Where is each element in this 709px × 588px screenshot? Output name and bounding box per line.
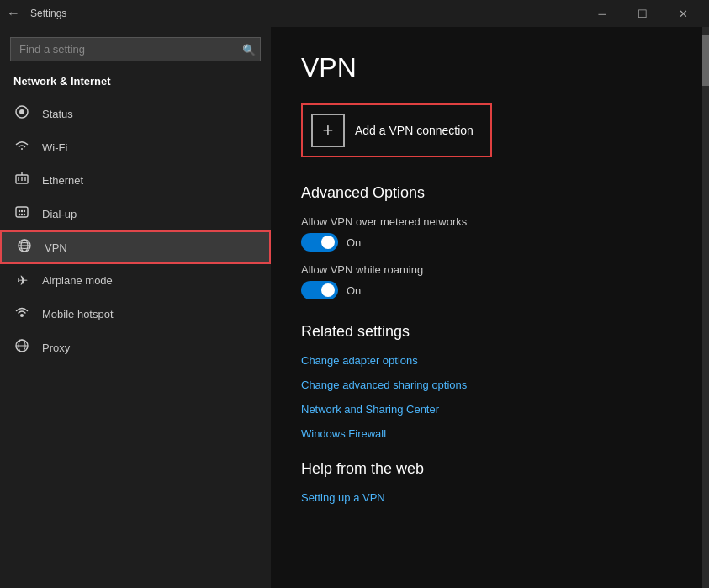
svg-point-17 xyxy=(20,314,24,317)
link-change-adapter[interactable]: Change adapter options xyxy=(301,354,672,367)
toggle-roaming-wrapper: On xyxy=(301,281,672,299)
sidebar-item-hotspot[interactable]: Mobile hotspot xyxy=(0,297,271,331)
toggle-metered-wrapper: On xyxy=(301,233,672,252)
sidebar: 🔍 Network & Internet Status Wi-Fi xyxy=(0,27,271,588)
add-vpn-label: Add a VPN connection xyxy=(355,124,474,137)
toggle-metered-switch[interactable] xyxy=(301,233,338,252)
toggle-metered-label: Allow VPN over metered networks xyxy=(301,215,672,228)
add-vpn-plus-icon: + xyxy=(311,114,345,147)
link-windows-firewall[interactable]: Windows Firewall xyxy=(301,427,672,440)
app-title: Settings xyxy=(30,8,583,19)
help-section: Help from the web Setting up a VPN xyxy=(301,460,672,504)
link-setting-up-vpn[interactable]: Setting up a VPN xyxy=(301,491,672,504)
sidebar-item-status[interactable]: Status xyxy=(0,96,271,131)
window-controls: ─ ☐ ✕ xyxy=(583,0,702,27)
ethernet-icon xyxy=(13,172,30,188)
sidebar-item-vpn[interactable]: VPN xyxy=(0,230,271,264)
vpn-icon xyxy=(16,239,33,256)
toggle-roaming-switch[interactable] xyxy=(301,281,338,299)
help-heading: Help from the web xyxy=(301,460,672,478)
search-input[interactable] xyxy=(10,37,261,61)
sidebar-item-dialup[interactable]: Dial-up xyxy=(0,197,271,230)
hotspot-icon xyxy=(13,305,30,322)
advanced-options-heading: Advanced Options xyxy=(301,184,672,202)
related-settings-heading: Related settings xyxy=(301,323,672,341)
status-icon xyxy=(13,104,30,123)
sidebar-label-proxy: Proxy xyxy=(42,342,70,354)
title-bar: ← Settings ─ ☐ ✕ xyxy=(0,0,709,27)
add-vpn-button[interactable]: + Add a VPN connection xyxy=(301,103,492,157)
scrollbar-track[interactable] xyxy=(702,27,709,588)
back-button[interactable]: ← xyxy=(7,6,20,21)
sidebar-section-title: Network & Internet xyxy=(0,68,271,96)
toggle-metered: Allow VPN over metered networks On xyxy=(301,215,672,252)
main-layout: 🔍 Network & Internet Status Wi-Fi xyxy=(0,27,709,588)
proxy-icon xyxy=(13,339,30,356)
content-area: VPN + Add a VPN connection Advanced Opti… xyxy=(271,27,702,588)
close-button[interactable]: ✕ xyxy=(664,0,702,27)
sidebar-item-wifi[interactable]: Wi-Fi xyxy=(0,131,271,163)
svg-point-8 xyxy=(19,210,20,212)
toggle-roaming-state: On xyxy=(347,284,361,297)
toggle-roaming: Allow VPN while roaming On xyxy=(301,263,672,299)
maximize-button[interactable]: ☐ xyxy=(623,0,662,27)
svg-point-1 xyxy=(19,109,24,114)
sidebar-label-airplane: Airplane mode xyxy=(42,274,113,287)
sidebar-item-airplane[interactable]: ✈ Airplane mode xyxy=(0,264,271,297)
sidebar-label-ethernet: Ethernet xyxy=(42,174,83,187)
page-title: VPN xyxy=(301,52,672,83)
wifi-icon xyxy=(13,140,30,155)
airplane-icon: ✈ xyxy=(13,273,30,289)
svg-point-11 xyxy=(19,214,20,215)
scrollbar-thumb[interactable] xyxy=(702,35,709,86)
sidebar-label-status: Status xyxy=(42,108,73,120)
toggle-roaming-label: Allow VPN while roaming xyxy=(301,263,672,276)
svg-point-13 xyxy=(24,214,25,215)
svg-point-12 xyxy=(21,214,23,215)
search-container: 🔍 xyxy=(10,37,261,61)
related-settings-section: Related settings Change adapter options … xyxy=(301,323,672,440)
dialup-icon xyxy=(13,205,30,222)
minimize-button[interactable]: ─ xyxy=(583,0,622,27)
sidebar-label-vpn: VPN xyxy=(45,241,67,254)
link-change-sharing[interactable]: Change advanced sharing options xyxy=(301,379,672,391)
sidebar-item-proxy[interactable]: Proxy xyxy=(0,331,271,364)
link-network-sharing-center[interactable]: Network and Sharing Center xyxy=(301,403,672,416)
sidebar-label-wifi: Wi-Fi xyxy=(42,141,67,154)
sidebar-label-hotspot: Mobile hotspot xyxy=(42,308,114,320)
sidebar-label-dialup: Dial-up xyxy=(42,208,77,220)
toggle-metered-state: On xyxy=(347,236,361,249)
svg-point-9 xyxy=(21,210,23,212)
sidebar-item-ethernet[interactable]: Ethernet xyxy=(0,163,271,197)
svg-point-10 xyxy=(24,210,25,212)
search-icon[interactable]: 🔍 xyxy=(242,43,256,56)
